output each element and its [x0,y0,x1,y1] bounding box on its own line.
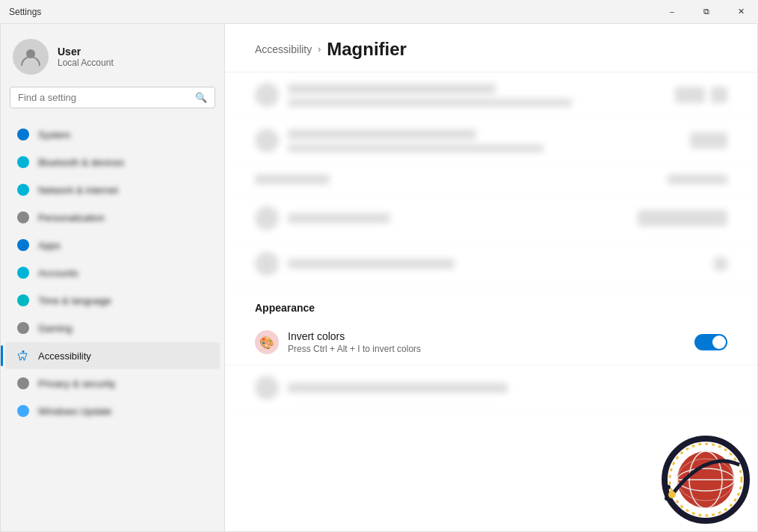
blurred-label-1 [255,174,330,185]
maximize-button[interactable]: ⧉ [689,0,724,24]
svg-point-11 [665,496,669,501]
sidebar-item-label-privacy: Privacy & security [38,378,115,389]
invert-colors-toggle[interactable] [694,334,727,350]
sidebar-item-apps[interactable]: Apps [5,232,220,259]
blurred-text-3 [288,129,476,140]
invert-colors-icon: 🎨 [255,330,279,354]
nav-dot-system [17,129,29,140]
sidebar-item-label-gaming: Gaming [38,323,73,334]
svg-point-12 [741,461,745,466]
nav-dot-gaming [17,322,29,334]
blurred-text-1 [288,84,496,94]
nav-dot-time [17,294,29,306]
user-info: User Local Account [58,46,114,68]
nav-list: System Bluetooth & devices Network & int… [1,117,224,428]
sidebar-item-time[interactable]: Time & language [5,287,220,314]
blurred-row-4 [225,196,757,241]
svg-point-10 [666,485,671,489]
sidebar-item-accessibility[interactable]: Accessibility [5,342,220,369]
minimize-button[interactable]: − [655,0,689,24]
blurred-dropdown-1 [638,210,727,226]
blurred-text-6 [288,259,455,269]
blurred-text-2 [288,99,572,107]
accessibility-icon [17,350,29,362]
nav-dot-apps [17,239,29,251]
blurred-chevron [714,257,727,270]
sidebar-item-label-accounts: Accounts [38,267,78,279]
search-input[interactable] [18,92,189,103]
blurred-icon-3 [255,206,279,230]
invert-colors-row: 🎨 Invert colors Press Ctrl + Alt + I to … [225,320,757,365]
user-name: User [58,46,114,58]
user-profile[interactable]: User Local Account [1,24,224,87]
sidebar-item-label-system: System [38,129,70,140]
content-header: Accessibility › Magnifier [225,24,757,72]
nav-dot-bluetooth [17,156,29,168]
sidebar-item-bluetooth[interactable]: Bluetooth & devices [5,149,220,176]
nav-dot-privacy [17,377,29,389]
sidebar-item-network[interactable]: Network & internet [5,176,220,203]
svg-point-1 [22,350,25,353]
blurred-text-5 [288,213,390,223]
page-title: Magnifier [327,39,407,60]
svg-point-9 [668,491,676,498]
title-bar: Settings − ⧉ ✕ [0,0,758,24]
blurred-row-5 [225,241,757,287]
sidebar-item-gaming[interactable]: Gaming [5,315,220,341]
app-container: User Local Account 🔍 System Bluetooth & … [0,24,758,532]
sidebar-item-windowsupdate[interactable]: Windows Update [5,398,220,424]
blurred-icon-4 [255,252,279,276]
sidebar-item-accounts[interactable]: Accounts [5,259,220,286]
blurred-row-6 [225,365,757,411]
invert-colors-text: Invert colors Press Ctrl + Alt + I to in… [288,330,421,354]
blurred-icon-1 [255,83,279,107]
invert-colors-info: 🎨 Invert colors Press Ctrl + Alt + I to … [255,330,421,354]
search-box[interactable]: 🔍 [10,87,215,108]
blurred-label-2 [668,174,727,185]
nav-dot-network [17,184,29,196]
search-icon: 🔍 [195,92,207,103]
invert-colors-description: Press Ctrl + Alt + I to invert colors [288,344,421,354]
breadcrumb: Accessibility › Magnifier [255,39,727,60]
blurred-control-1 [675,87,705,103]
blurred-text-7 [288,383,508,393]
nav-dot-personalization [17,211,29,223]
close-button[interactable]: ✕ [724,0,758,24]
avatar [13,39,49,75]
breadcrumb-parent: Accessibility [255,43,312,55]
sidebar-item-label-windowsupdate: Windows Update [38,406,111,417]
window-controls: − ⧉ ✕ [655,0,758,24]
blurred-text-4 [288,144,543,152]
blurred-control-3 [690,132,727,149]
sidebar-item-personalization[interactable]: Personalization [5,204,220,231]
sidebar-item-label-personalization: Personalization [38,212,105,223]
sidebar-item-label-apps: Apps [38,240,61,251]
user-account-type: Local Account [58,58,114,68]
blurred-icon-2 [255,129,279,152]
sidebar-item-privacy[interactable]: Privacy & security [5,370,220,397]
blurred-icon-5 [255,376,279,400]
sidebar-item-label-bluetooth: Bluetooth & devices [38,157,124,168]
breadcrumb-separator: › [318,44,321,55]
sidebar: User Local Account 🔍 System Bluetooth & … [1,24,225,531]
sidebar-item-label-time: Time & language [38,295,111,306]
sidebar-item-label-accessibility: Accessibility [38,350,91,362]
watermark-globe [661,435,751,525]
invert-colors-title: Invert colors [288,330,421,342]
search-container: 🔍 [1,87,224,117]
blurred-row-1 [225,72,757,118]
blurred-control-2 [711,87,727,103]
blurred-row-3 [225,164,757,196]
blurred-row-2 [225,118,757,164]
nav-dot-accounts [17,267,29,279]
nav-dot-windowsupdate [17,405,29,417]
invert-colors-toggle-container [694,334,727,350]
sidebar-item-label-network: Network & internet [38,185,118,196]
appearance-section-header: Appearance [225,287,757,320]
app-title: Settings [9,7,41,17]
sidebar-item-system[interactable]: System [5,121,220,148]
